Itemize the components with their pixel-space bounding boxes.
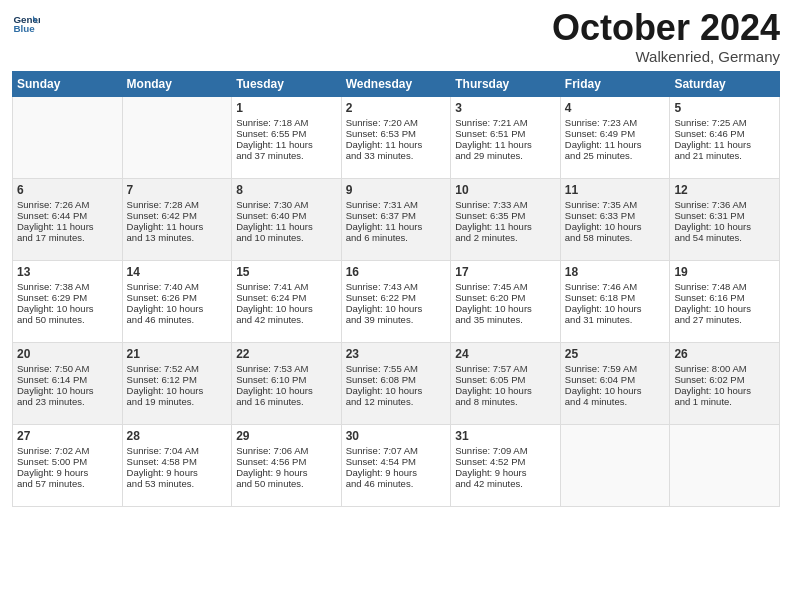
cell-text: Sunset: 6:16 PM xyxy=(674,292,775,303)
day-number: 10 xyxy=(455,183,556,197)
cell-text: Daylight: 10 hours xyxy=(565,385,666,396)
day-number: 27 xyxy=(17,429,118,443)
logo: General Blue xyxy=(12,10,40,38)
weekday-header-friday: Friday xyxy=(560,72,670,97)
cell-text: Sunrise: 7:55 AM xyxy=(346,363,447,374)
day-number: 30 xyxy=(346,429,447,443)
cell-text: Daylight: 10 hours xyxy=(346,303,447,314)
cell-text: Sunset: 6:42 PM xyxy=(127,210,228,221)
cell-text: Sunset: 6:51 PM xyxy=(455,128,556,139)
cell-text: Daylight: 10 hours xyxy=(127,385,228,396)
day-number: 19 xyxy=(674,265,775,279)
day-number: 14 xyxy=(127,265,228,279)
cell-text: Sunrise: 7:07 AM xyxy=(346,445,447,456)
cell-text: Sunset: 5:00 PM xyxy=(17,456,118,467)
calendar-cell: 27Sunrise: 7:02 AMSunset: 5:00 PMDayligh… xyxy=(13,425,123,507)
day-number: 9 xyxy=(346,183,447,197)
weekday-header-monday: Monday xyxy=(122,72,232,97)
cell-text: and 37 minutes. xyxy=(236,150,337,161)
day-number: 6 xyxy=(17,183,118,197)
cell-text: Sunset: 6:40 PM xyxy=(236,210,337,221)
cell-text: Daylight: 9 hours xyxy=(127,467,228,478)
day-number: 28 xyxy=(127,429,228,443)
cell-text: Sunrise: 7:43 AM xyxy=(346,281,447,292)
day-number: 1 xyxy=(236,101,337,115)
cell-text: Sunrise: 7:59 AM xyxy=(565,363,666,374)
cell-text: Sunrise: 7:25 AM xyxy=(674,117,775,128)
cell-text: Sunset: 4:52 PM xyxy=(455,456,556,467)
cell-text: Daylight: 10 hours xyxy=(674,221,775,232)
calendar-week-row: 27Sunrise: 7:02 AMSunset: 5:00 PMDayligh… xyxy=(13,425,780,507)
day-number: 21 xyxy=(127,347,228,361)
weekday-header-tuesday: Tuesday xyxy=(232,72,342,97)
day-number: 26 xyxy=(674,347,775,361)
cell-text: and 50 minutes. xyxy=(17,314,118,325)
cell-text: Daylight: 10 hours xyxy=(127,303,228,314)
cell-text: Sunset: 6:55 PM xyxy=(236,128,337,139)
cell-text: Daylight: 11 hours xyxy=(236,221,337,232)
cell-text: and 12 minutes. xyxy=(346,396,447,407)
day-number: 29 xyxy=(236,429,337,443)
cell-text: Daylight: 10 hours xyxy=(17,385,118,396)
cell-text: Sunset: 6:44 PM xyxy=(17,210,118,221)
cell-text: Daylight: 10 hours xyxy=(236,385,337,396)
cell-text: Daylight: 11 hours xyxy=(674,139,775,150)
cell-text: and 2 minutes. xyxy=(455,232,556,243)
day-number: 8 xyxy=(236,183,337,197)
cell-text: Daylight: 10 hours xyxy=(236,303,337,314)
cell-text: Daylight: 10 hours xyxy=(674,385,775,396)
header: General Blue October 2024 Walkenried, Ge… xyxy=(12,10,780,65)
calendar-cell: 13Sunrise: 7:38 AMSunset: 6:29 PMDayligh… xyxy=(13,261,123,343)
cell-text: and 39 minutes. xyxy=(346,314,447,325)
calendar-cell xyxy=(560,425,670,507)
cell-text: Sunrise: 7:20 AM xyxy=(346,117,447,128)
weekday-header-sunday: Sunday xyxy=(13,72,123,97)
cell-text: Sunrise: 7:46 AM xyxy=(565,281,666,292)
calendar-cell: 8Sunrise: 7:30 AMSunset: 6:40 PMDaylight… xyxy=(232,179,342,261)
cell-text: Daylight: 11 hours xyxy=(455,139,556,150)
cell-text: Sunrise: 8:00 AM xyxy=(674,363,775,374)
day-number: 18 xyxy=(565,265,666,279)
calendar-cell: 14Sunrise: 7:40 AMSunset: 6:26 PMDayligh… xyxy=(122,261,232,343)
calendar-cell: 21Sunrise: 7:52 AMSunset: 6:12 PMDayligh… xyxy=(122,343,232,425)
calendar-week-row: 6Sunrise: 7:26 AMSunset: 6:44 PMDaylight… xyxy=(13,179,780,261)
day-number: 25 xyxy=(565,347,666,361)
cell-text: Sunrise: 7:50 AM xyxy=(17,363,118,374)
cell-text: Sunrise: 7:45 AM xyxy=(455,281,556,292)
cell-text: Sunset: 6:02 PM xyxy=(674,374,775,385)
cell-text: Sunset: 6:53 PM xyxy=(346,128,447,139)
cell-text: Sunset: 6:10 PM xyxy=(236,374,337,385)
cell-text: Sunset: 6:20 PM xyxy=(455,292,556,303)
cell-text: and 46 minutes. xyxy=(127,314,228,325)
calendar-cell: 10Sunrise: 7:33 AMSunset: 6:35 PMDayligh… xyxy=(451,179,561,261)
calendar-cell: 3Sunrise: 7:21 AMSunset: 6:51 PMDaylight… xyxy=(451,97,561,179)
calendar-cell: 29Sunrise: 7:06 AMSunset: 4:56 PMDayligh… xyxy=(232,425,342,507)
day-number: 22 xyxy=(236,347,337,361)
weekday-header-row: SundayMondayTuesdayWednesdayThursdayFrid… xyxy=(13,72,780,97)
cell-text: Sunset: 6:12 PM xyxy=(127,374,228,385)
weekday-header-saturday: Saturday xyxy=(670,72,780,97)
cell-text: and 4 minutes. xyxy=(565,396,666,407)
cell-text: Sunset: 6:18 PM xyxy=(565,292,666,303)
day-number: 31 xyxy=(455,429,556,443)
cell-text: Sunrise: 7:31 AM xyxy=(346,199,447,210)
cell-text: and 1 minute. xyxy=(674,396,775,407)
cell-text: Sunrise: 7:57 AM xyxy=(455,363,556,374)
calendar-cell: 11Sunrise: 7:35 AMSunset: 6:33 PMDayligh… xyxy=(560,179,670,261)
calendar-cell: 22Sunrise: 7:53 AMSunset: 6:10 PMDayligh… xyxy=(232,343,342,425)
cell-text: Sunset: 6:37 PM xyxy=(346,210,447,221)
cell-text: and 23 minutes. xyxy=(17,396,118,407)
cell-text: Sunset: 6:04 PM xyxy=(565,374,666,385)
calendar-cell: 6Sunrise: 7:26 AMSunset: 6:44 PMDaylight… xyxy=(13,179,123,261)
calendar-cell: 2Sunrise: 7:20 AMSunset: 6:53 PMDaylight… xyxy=(341,97,451,179)
cell-text: and 42 minutes. xyxy=(236,314,337,325)
cell-text: and 54 minutes. xyxy=(674,232,775,243)
calendar-cell: 9Sunrise: 7:31 AMSunset: 6:37 PMDaylight… xyxy=(341,179,451,261)
cell-text: Daylight: 9 hours xyxy=(236,467,337,478)
calendar-cell: 23Sunrise: 7:55 AMSunset: 6:08 PMDayligh… xyxy=(341,343,451,425)
cell-text: and 57 minutes. xyxy=(17,478,118,489)
day-number: 4 xyxy=(565,101,666,115)
calendar-cell: 4Sunrise: 7:23 AMSunset: 6:49 PMDaylight… xyxy=(560,97,670,179)
cell-text: and 8 minutes. xyxy=(455,396,556,407)
cell-text: Sunset: 4:56 PM xyxy=(236,456,337,467)
